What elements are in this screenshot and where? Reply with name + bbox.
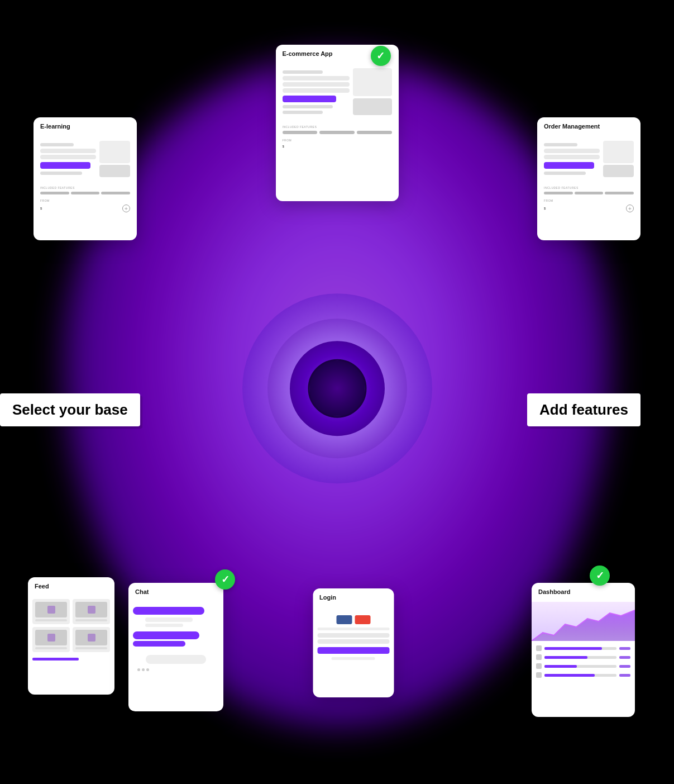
mock-input xyxy=(544,149,600,153)
feed-image-icon xyxy=(88,634,95,642)
google-button[interactable] xyxy=(355,615,370,624)
feed-image-icon xyxy=(47,606,55,614)
list-item xyxy=(532,662,635,670)
forgot-link xyxy=(332,657,375,660)
preview-image xyxy=(353,68,392,96)
item-icon xyxy=(536,672,542,678)
chat-bubble-sent xyxy=(133,607,204,615)
card-chat[interactable]: Chat xyxy=(128,583,223,711)
feed-image-icon xyxy=(88,606,95,614)
elearning-body xyxy=(34,136,137,182)
add-icon[interactable]: + xyxy=(122,205,130,212)
dashboard-header: Dashboard xyxy=(532,583,635,602)
item-icon xyxy=(536,663,542,669)
feature-bar xyxy=(357,131,392,134)
dashboard-list xyxy=(532,641,635,682)
item-fill xyxy=(544,674,595,677)
item-bar xyxy=(544,647,616,650)
order-footer: INCLUDED FEATURES FROM $ + xyxy=(537,186,640,218)
chat-title: Chat xyxy=(135,588,217,595)
login-button[interactable] xyxy=(317,647,389,654)
check-badge-ecommerce xyxy=(371,46,391,66)
elearning-header: E-learning xyxy=(34,117,137,136)
scene: E-commerce App INCLUDED FEATURES xyxy=(0,0,674,784)
mock-input xyxy=(283,76,350,80)
feature-bars xyxy=(283,131,392,134)
feed-item xyxy=(73,599,110,624)
feed-image-icon xyxy=(47,634,55,642)
feature-bar xyxy=(40,192,69,194)
card-login[interactable]: Login xyxy=(313,588,394,697)
feed-action xyxy=(32,658,79,661)
item-icon xyxy=(536,645,542,651)
feed-image xyxy=(35,630,67,645)
circle-core xyxy=(308,359,366,417)
mock-button xyxy=(40,162,90,169)
add-icon[interactable]: + xyxy=(626,205,634,212)
feature-bar xyxy=(101,192,130,194)
from-label: FROM xyxy=(544,199,634,202)
feed-title: Feed xyxy=(35,583,108,590)
card-elearning[interactable]: E-learning INCLUDED FEATURES FROM xyxy=(34,117,137,240)
price: $ xyxy=(283,145,392,148)
check-badge-chat xyxy=(215,569,235,590)
feature-bars xyxy=(40,192,130,194)
feed-image xyxy=(75,630,107,645)
login-header: Login xyxy=(313,588,394,607)
add-features-label-box: Add features xyxy=(527,393,640,426)
mock-input xyxy=(40,149,96,153)
card-feed[interactable]: Feed xyxy=(28,577,114,695)
password-input xyxy=(317,639,389,644)
feed-text xyxy=(35,647,67,649)
price-row: $ + xyxy=(544,205,634,212)
list-item xyxy=(532,671,635,679)
chat-typing-indicator xyxy=(133,666,219,673)
mock-button xyxy=(544,162,594,169)
elearning-title: E-learning xyxy=(40,123,130,130)
mock-row xyxy=(283,105,333,108)
card-order[interactable]: Order Management INCLUDED FEATURES F xyxy=(537,117,640,240)
mock-row xyxy=(40,143,74,146)
preview-card xyxy=(99,165,130,177)
feature-bar xyxy=(575,192,604,194)
included-label: INCLUDED FEATURES xyxy=(544,186,634,189)
ecommerce-footer: INCLUDED FEATURES FROM $ xyxy=(276,125,399,154)
mock-row xyxy=(283,111,323,114)
card-ecommerce[interactable]: E-commerce App INCLUDED FEATURES xyxy=(276,45,399,201)
mock-row xyxy=(544,172,586,175)
chart-area xyxy=(532,610,635,641)
mock-row xyxy=(40,172,82,175)
facebook-button[interactable] xyxy=(336,615,352,624)
feature-bar xyxy=(71,192,100,194)
feature-bar xyxy=(544,192,573,194)
dashboard-title: Dashboard xyxy=(538,588,628,595)
mock-row xyxy=(544,143,577,146)
preview-card xyxy=(353,98,392,115)
preview-image xyxy=(603,141,634,163)
elearning-form xyxy=(40,141,96,177)
order-header: Order Management xyxy=(537,117,640,136)
chat-header: Chat xyxy=(128,583,223,602)
order-title: Order Management xyxy=(544,123,634,130)
price-row: $ + xyxy=(40,205,130,212)
feed-header: Feed xyxy=(28,577,114,596)
item-value xyxy=(619,665,630,668)
chat-bubble-sent xyxy=(133,631,199,639)
item-fill xyxy=(544,665,577,668)
feed-image xyxy=(75,602,107,617)
center-circles xyxy=(242,293,432,483)
dashboard-chart xyxy=(532,602,635,641)
feed-image xyxy=(35,602,67,617)
card-dashboard[interactable]: Dashboard xyxy=(532,583,635,717)
feed-text xyxy=(75,647,107,649)
mock-button xyxy=(283,96,336,102)
order-preview xyxy=(603,141,634,177)
item-bar xyxy=(544,656,616,659)
feature-bar xyxy=(283,131,318,134)
login-body xyxy=(313,607,394,667)
price: $ xyxy=(40,207,42,210)
item-value xyxy=(619,647,630,650)
from-label: FROM xyxy=(283,139,392,142)
item-bar xyxy=(544,665,616,668)
feature-bar xyxy=(319,131,355,134)
